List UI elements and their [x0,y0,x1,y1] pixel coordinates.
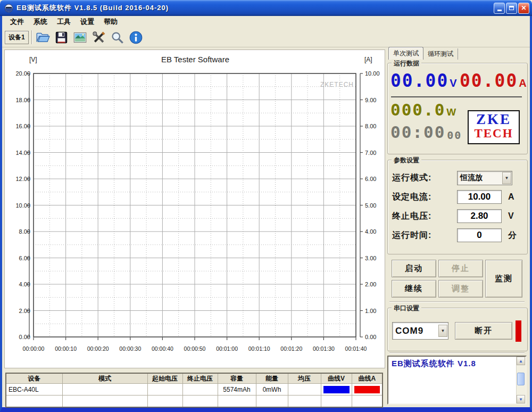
run-data-group: 运行数据 00.00 V 00.00 A 000.0 W 00:00 00 ZK… [387,63,528,154]
chevron-down-icon[interactable]: ▼ [438,325,447,337]
run-mode-value: 恒流放 [458,173,502,183]
maximize-button[interactable] [506,3,517,14]
axis-tick-label: 0.00 [6,334,30,340]
axis-tick-label: 00:01:20 [276,345,307,352]
separator-line [389,352,525,353]
axis-tick-label: 00:01:10 [244,345,275,352]
window-title: EB测试系统软件 V1.8.5 (Build 2016-04-20) [16,3,493,13]
table-empty-row [6,395,383,408]
cell-start-voltage [147,384,182,395]
save-icon[interactable] [54,30,69,45]
com-port-value: COM9 [393,326,438,336]
header-device: 设备 [6,373,62,384]
tools-icon[interactable] [92,30,106,45]
console-scrollbar[interactable]: ▲ ▼ [516,357,526,403]
run-mode-row: 运行模式: 恒流放 ▼ [392,170,512,186]
power-value: 000.0 [390,102,445,118]
results-table: 设备 模式 起始电压 终止电压 容量 能量 均压 曲线V 曲线A EBC-A40… [5,373,383,408]
axis-tick-label: 00:00:40 [147,345,178,352]
serial-group-title: 串口设置 [392,304,421,313]
axis-tick-label: 4.00 [6,281,30,287]
header-energy: 能量 [256,373,288,384]
timer-seconds: 00 [447,130,462,141]
right-panel: 单次测试 循环测试 运行数据 00.00 V 00.00 A 000.0 W 0… [387,48,528,407]
header-capacity: 容量 [218,373,256,384]
open-folder-icon[interactable] [36,30,50,45]
cell-avg-voltage [288,384,321,395]
axis-tick-label: 10.00 [365,70,386,77]
zoom-icon[interactable] [110,30,124,45]
run-mode-label: 运行模式: [392,172,457,184]
axis-tick-label: 12.00 [6,176,30,182]
cutoff-voltage-row: 终止电压: 2.80 V [392,208,514,224]
menu-file[interactable]: 文件 [5,16,29,28]
adjust-button[interactable]: 调整 [438,280,483,298]
axis-tick-label: 00:00:50 [179,345,210,352]
axis-tick-label: 00:00:10 [51,345,81,352]
axis-tick-label: 9.00 [365,97,386,103]
monitor-button[interactable]: 监测 [485,260,522,298]
cell-curve-v [321,384,352,395]
header-end-voltage: 终止电压 [182,373,218,384]
set-current-row: 设定电流: 10.00 A [392,189,514,205]
run-data-group-title: 运行数据 [392,59,421,68]
header-start-voltage: 起始电压 [147,373,182,384]
cutoff-voltage-label: 终止电压: [392,211,457,222]
axis-tick-label: 20.00 [6,70,30,77]
axis-tick-label: 00:00:20 [82,345,113,352]
run-time-label: 运行时间: [392,230,457,241]
menu-help[interactable]: 帮助 [99,16,122,28]
header-avg-voltage: 均压 [288,373,321,384]
axis-tick-label: 00:01:30 [308,345,339,352]
table-row[interactable]: EBC-A40L 5574mAh 0mWh [6,384,383,395]
minimize-button[interactable] [494,3,505,14]
run-mode-select[interactable]: 恒流放 ▼ [457,171,512,185]
com-port-select[interactable]: COM9 ▼ [392,322,448,340]
curve-v-color-chip [323,386,350,393]
menu-system[interactable]: 系统 [29,16,52,28]
set-current-input[interactable]: 10.00 [457,190,502,204]
menu-bar: 文件 系统 工具 设置 帮助 [2,16,530,28]
table-header-row: 设备 模式 起始电压 终止电压 容量 能量 均压 曲线V 曲线A [6,373,383,384]
scroll-up-icon[interactable]: ▲ [517,357,525,365]
menu-settings[interactable]: 设置 [76,16,99,28]
stop-button[interactable]: 停止 [438,260,483,277]
cell-mode [62,384,147,395]
axis-tick-label: 2.00 [6,308,30,314]
start-button[interactable]: 启动 [392,260,436,277]
axis-tick-label: 14.00 [6,150,30,156]
device-1-button[interactable]: 设备1 [5,31,29,44]
resume-button[interactable]: 继续 [392,280,436,298]
power-display: 000.0 W [390,102,456,118]
tab-cycle-test[interactable]: 循环测试 [423,48,458,60]
header-mode: 模式 [62,373,147,384]
close-button[interactable]: ✕ [518,3,529,14]
param-settings-group: 参数设置 运行模式: 恒流放 ▼ 设定电流: 10.00 A 终止电压: 2.8… [387,160,528,254]
disconnect-button[interactable]: 断开 [455,322,512,340]
image-export-icon[interactable] [73,30,87,45]
toolbar-separator [31,30,32,44]
axis-tick-label: 7.00 [365,150,386,156]
run-time-input[interactable]: 0 [457,228,502,242]
header-curve-v: 曲线V [321,373,352,384]
separator-line [389,301,525,302]
cutoff-voltage-input[interactable]: 2.80 [457,209,502,223]
chevron-down-icon[interactable]: ▼ [502,172,511,184]
tab-single-test[interactable]: 单次测试 [388,47,423,60]
set-current-label: 设定电流: [392,192,457,203]
info-icon[interactable] [129,30,143,45]
power-unit: W [446,106,456,118]
serial-settings-group: 串口设置 COM9 ▼ 断开 [387,308,528,351]
cell-curve-a [352,384,383,395]
param-group-title: 参数设置 [392,156,421,165]
scrollbar-thumb[interactable] [517,373,525,385]
current-display: 00.00 A [460,72,527,89]
axis-tick-label: 18.00 [6,97,30,103]
log-console[interactable]: EB测试系统软件 V1.8 ▲ ▼ [387,356,527,405]
toolbar: 设备1 [2,28,530,47]
menu-tools[interactable]: 工具 [52,16,76,28]
logo-tech: TECH [469,127,519,140]
scroll-down-icon[interactable]: ▼ [517,395,525,403]
axis-tick-label: 0.00 [365,334,386,340]
connection-indicator [516,320,521,342]
